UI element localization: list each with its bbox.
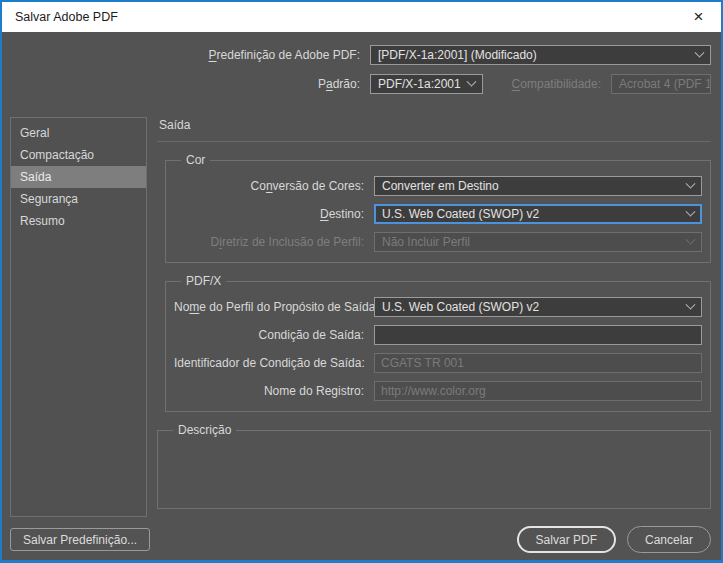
label-part: ompatibilidade:	[520, 77, 601, 91]
main-area: Geral Compactação Saída Segurança Resumo…	[2, 103, 721, 517]
color-group-legend: Cor	[181, 153, 210, 167]
compatibility-select: Acrobat 4 (PDF 1.3)	[611, 74, 711, 94]
preset-row: Predefinição de Adobe PDF: [PDF/X-1a:200…	[10, 45, 711, 65]
selected-value: [PDF/X-1a:2001] (Modificado)	[378, 48, 537, 62]
chevron-down-icon	[686, 206, 696, 216]
footer-bar: Salvar Predefinição... Salvar PDF Cancel…	[10, 526, 711, 553]
chevron-down-icon	[686, 234, 696, 244]
label-mnemonic: C	[512, 77, 521, 91]
description-group: Descrição	[157, 423, 711, 509]
close-icon: ×	[694, 7, 704, 27]
profile-inclusion-row: Diretriz de Inclusão de Perfil: Não Incl…	[174, 232, 702, 252]
registry-name-label: Nome do Registro:	[174, 384, 364, 398]
cancel-button[interactable]: Cancelar	[627, 526, 711, 553]
output-condition-id-label: Identificador de Condição de Saída:	[174, 356, 364, 370]
label-mnemonic: P	[209, 48, 217, 62]
output-intent-profile-row: Nome do Perfil do Propósito de Saída: U.…	[174, 297, 702, 317]
output-intent-profile-select[interactable]: U.S. Web Coated (SWOP) v2	[374, 297, 702, 317]
color-conversion-row: Conversão de Cores: Converter em Destino	[174, 176, 702, 196]
sidebar-item-saida[interactable]: Saída	[11, 166, 146, 188]
output-intent-profile-label: Nome do Perfil do Propósito de Saída:	[174, 300, 364, 314]
label-mnemonic: n	[266, 179, 273, 193]
preset-section: Predefinição de Adobe PDF: [PDF/X-1a:200…	[2, 32, 721, 94]
label-part: P	[318, 77, 326, 91]
standard-row: Padrão: PDF/X-1a:2001 Compatibilidade: A…	[10, 74, 711, 94]
label-part: versão de Cores:	[273, 179, 364, 193]
output-condition-row: Condição de Saída:	[174, 325, 702, 345]
label-part: No	[174, 300, 189, 314]
profile-inclusion-label: Diretriz de Inclusão de Perfil:	[174, 235, 364, 249]
label-part: redefinição de Adobe PDF:	[217, 48, 360, 62]
label-mnemonic: a	[326, 77, 333, 91]
destination-row: Destino: U.S. Web Coated (SWOP) v2	[174, 204, 702, 224]
destination-label: Destino:	[174, 207, 364, 221]
destination-select[interactable]: U.S. Web Coated (SWOP) v2	[374, 204, 702, 224]
label-mnemonic: m	[189, 300, 199, 314]
preset-label: Predefinição de Adobe PDF:	[10, 48, 360, 62]
chevron-down-icon	[695, 47, 705, 57]
label-part: D	[211, 235, 220, 249]
sidebar-item-resumo[interactable]: Resumo	[11, 210, 146, 232]
selected-value: U.S. Web Coated (SWOP) v2	[382, 207, 539, 221]
sidebar-item-compactacao[interactable]: Compactação	[11, 144, 146, 166]
sidebar-item-seguranca[interactable]: Segurança	[11, 188, 146, 210]
output-panel: Saída Cor Conversão de Cores: Converter …	[157, 117, 711, 517]
color-conversion-select[interactable]: Converter em Destino	[374, 176, 702, 196]
output-condition-label: Condição de Saída:	[174, 328, 364, 342]
label-part: retriz de Inclusão de Perfil:	[222, 235, 364, 249]
selected-value: Não Incluir Perfil	[382, 235, 470, 249]
profile-inclusion-select: Não Incluir Perfil	[374, 232, 702, 252]
sidebar-item-geral[interactable]: Geral	[11, 122, 146, 144]
selected-value: PDF/X-1a:2001	[378, 77, 461, 91]
selected-value: U.S. Web Coated (SWOP) v2	[382, 300, 539, 314]
registry-name-row: Nome do Registro:	[174, 381, 702, 401]
save-adobe-pdf-dialog: Salvar Adobe PDF × Predefinição de Adobe…	[0, 0, 723, 563]
chevron-down-icon	[467, 76, 477, 86]
color-conversion-label: Conversão de Cores:	[174, 179, 364, 193]
sections-list: Geral Compactação Saída Segurança Resumo	[10, 117, 147, 517]
panel-title: Saída	[157, 117, 711, 142]
label-part: Co	[251, 179, 266, 193]
preset-select[interactable]: [PDF/X-1a:2001] (Modificado)	[370, 45, 711, 65]
label-part: estino:	[329, 207, 364, 221]
output-condition-id-row: Identificador de Condição de Saída:	[174, 353, 702, 373]
registry-name-input	[374, 381, 702, 401]
output-condition-input[interactable]	[374, 325, 702, 345]
pdfx-group: PDF/X Nome do Perfil do Propósito de Saí…	[165, 274, 711, 412]
save-preset-button[interactable]: Salvar Predefinição...	[10, 528, 150, 551]
standard-label: Padrão:	[10, 77, 360, 91]
save-pdf-button[interactable]: Salvar PDF	[517, 526, 616, 553]
output-condition-id-input	[374, 353, 702, 373]
title-bar: Salvar Adobe PDF ×	[2, 2, 721, 32]
pdfx-group-legend: PDF/X	[181, 274, 226, 288]
chevron-down-icon	[686, 299, 696, 309]
compatibility-label: Compatibilidade:	[491, 77, 601, 91]
selected-value: Converter em Destino	[382, 179, 499, 193]
label-part: drão:	[333, 77, 360, 91]
label-part: e do Perfil do Propósito de Saída:	[199, 300, 378, 314]
standard-select[interactable]: PDF/X-1a:2001	[370, 74, 483, 94]
color-group: Cor Conversão de Cores: Converter em Des…	[165, 153, 711, 263]
label-mnemonic: D	[320, 207, 329, 221]
description-group-legend: Descrição	[173, 423, 236, 437]
dialog-title: Salvar Adobe PDF	[15, 10, 118, 24]
chevron-down-icon	[686, 178, 696, 188]
close-button[interactable]: ×	[676, 2, 721, 32]
selected-value: Acrobat 4 (PDF 1.3)	[619, 77, 711, 91]
